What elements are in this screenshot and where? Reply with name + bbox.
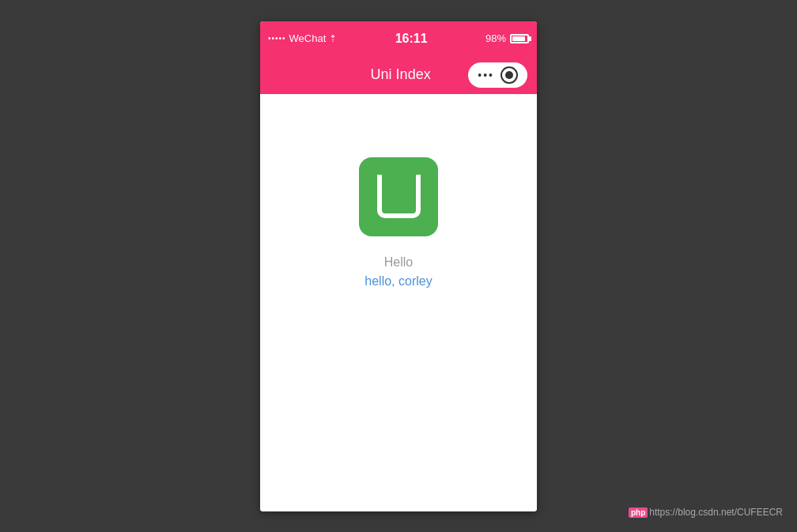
app-logo (359, 157, 438, 236)
logo-u-shape (377, 175, 421, 218)
hello-value: hello, corley (365, 274, 432, 289)
status-right: 98% (485, 32, 529, 44)
watermark: php https://blog.csdn.net/CUFEECR (629, 507, 783, 518)
watermark-url: https://blog.csdn.net/CUFEECR (649, 507, 783, 518)
status-time: 16:11 (395, 32, 428, 46)
main-content: Hello hello, corley (260, 94, 537, 511)
status-left: ••••• WeChat ⇡ (268, 32, 337, 44)
signal-dots: ••••• (268, 34, 286, 43)
battery-percent: 98% (485, 32, 506, 44)
phone-container: ••••• WeChat ⇡ 16:11 98% Uni Index ••• (260, 21, 537, 511)
nav-title: Uni Index (333, 66, 468, 83)
php-badge: php (629, 507, 648, 518)
record-inner (505, 71, 513, 79)
nav-actions: ••• (468, 62, 527, 88)
nav-action-pill[interactable]: ••• (468, 62, 527, 88)
battery-fill (512, 36, 525, 41)
nav-bar: Uni Index ••• (260, 56, 537, 94)
battery-icon (510, 34, 529, 43)
hello-label: Hello (384, 255, 413, 270)
carrier-label: WeChat (289, 32, 327, 44)
wifi-icon: ⇡ (329, 33, 337, 44)
status-bar: ••••• WeChat ⇡ 16:11 98% (260, 21, 537, 56)
record-button[interactable] (500, 66, 518, 84)
nav-dots-icon: ••• (478, 69, 494, 81)
